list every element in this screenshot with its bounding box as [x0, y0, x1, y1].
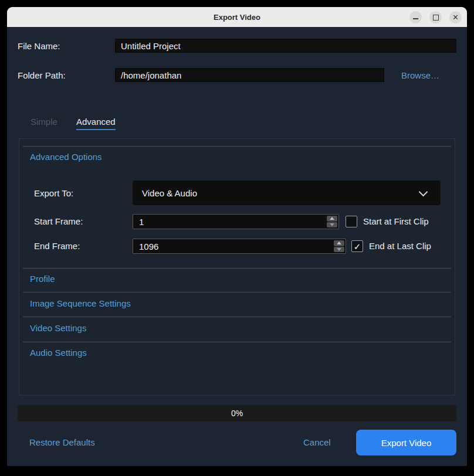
advanced-tab-panel: Advanced Options Export To: Video & Audi…: [19, 138, 455, 396]
start-frame-label: Start Frame:: [34, 216, 83, 226]
export-video-button[interactable]: Export Video: [356, 430, 456, 455]
start-frame-input[interactable]: [133, 215, 336, 229]
cancel-button[interactable]: Cancel: [303, 437, 331, 447]
chevron-down-icon: [419, 188, 428, 197]
window-title: Export Video: [214, 13, 260, 22]
tab-simple[interactable]: Simple: [31, 117, 57, 127]
export-to-dropdown[interactable]: Video & Audio: [133, 181, 441, 205]
end-frame-spinbox[interactable]: [133, 239, 346, 254]
end-frame-spin-buttons: [333, 240, 345, 253]
start-at-first-clip-label: Start at First Clip: [363, 216, 429, 226]
maximize-button[interactable]: [429, 11, 442, 23]
titlebar[interactable]: Export Video ✕: [7, 7, 467, 27]
end-frame-input[interactable]: [133, 239, 343, 253]
dialog-content: File Name: Folder Path: Browse… Simple A…: [7, 27, 467, 466]
section-divider: [23, 292, 451, 293]
browse-button[interactable]: Browse…: [401, 70, 439, 80]
progress-text: 0%: [231, 409, 243, 418]
triangle-up-icon: [330, 217, 334, 220]
section-divider: [23, 146, 451, 147]
section-header-image-sequence-settings[interactable]: Image Sequence Settings: [30, 298, 131, 308]
spinner-down-button[interactable]: [327, 222, 337, 228]
folder-path-label: Folder Path:: [18, 70, 66, 80]
close-button[interactable]: ✕: [449, 11, 462, 23]
minimize-button[interactable]: [409, 11, 422, 23]
section-divider: [23, 317, 451, 317]
section-header-audio-settings[interactable]: Audio Settings: [30, 348, 87, 358]
triangle-down-icon: [330, 223, 334, 226]
triangle-up-icon: [337, 242, 341, 244]
end-frame-label: End Frame:: [34, 241, 80, 251]
export-video-dialog: Export Video ✕ File Name: Folder Path: B…: [7, 7, 467, 466]
section-divider: [23, 268, 451, 268]
restore-defaults-button[interactable]: Restore Defaults: [29, 437, 95, 447]
export-to-label: Export To:: [34, 188, 73, 198]
end-at-last-clip-label: End at Last Clip: [369, 241, 431, 251]
spinner-down-button[interactable]: [334, 247, 344, 253]
tab-advanced[interactable]: Advanced: [76, 117, 116, 130]
end-at-last-clip-checkbox[interactable]: ✓: [351, 240, 363, 252]
section-header-video-settings[interactable]: Video Settings: [30, 323, 86, 333]
minimize-icon: [413, 18, 418, 19]
folder-path-input[interactable]: [115, 68, 384, 82]
check-icon: ✓: [354, 242, 361, 251]
section-header-profile[interactable]: Profile: [30, 274, 55, 284]
export-to-value: Video & Audio: [142, 188, 197, 198]
start-at-first-clip-checkbox[interactable]: [346, 216, 357, 227]
close-icon: ✕: [452, 13, 459, 21]
window-controls: ✕: [409, 11, 462, 23]
section-divider: [23, 342, 451, 342]
export-progress-bar: 0%: [18, 405, 456, 421]
maximize-icon: [433, 15, 439, 21]
spinner-up-button[interactable]: [334, 240, 344, 246]
section-header-advanced-options[interactable]: Advanced Options: [30, 152, 102, 162]
start-frame-spin-buttons: [326, 215, 338, 228]
spinner-up-button[interactable]: [327, 216, 337, 222]
file-name-label: File Name:: [18, 41, 60, 51]
file-name-input[interactable]: [115, 39, 456, 53]
start-frame-spinbox[interactable]: [133, 214, 339, 229]
triangle-down-icon: [337, 248, 341, 251]
